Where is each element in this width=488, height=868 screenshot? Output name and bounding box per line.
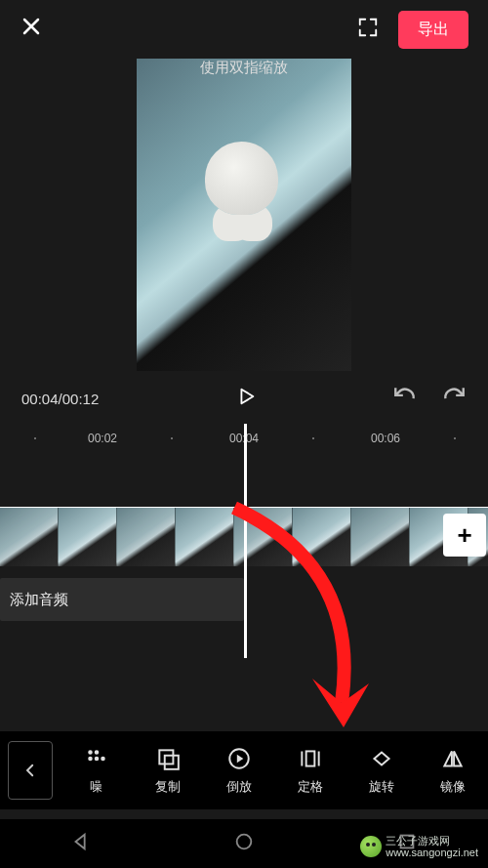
close-button[interactable] <box>20 14 43 45</box>
pinch-hint: 使用双指缩放 <box>200 59 288 77</box>
export-button[interactable]: 导出 <box>398 11 468 49</box>
clip-thumbnail[interactable] <box>59 508 117 566</box>
redo-button[interactable] <box>441 384 467 413</box>
tool-copy[interactable]: 复制 <box>132 746 203 796</box>
tool-reverse[interactable]: 倒放 <box>203 746 274 796</box>
add-clip-button[interactable]: + <box>443 514 486 557</box>
svg-rect-6 <box>164 755 178 768</box>
tool-label: 噪 <box>90 778 102 796</box>
tool-label: 旋转 <box>369 778 394 796</box>
tool-denoise[interactable]: 噪 <box>61 746 132 796</box>
svg-rect-5 <box>159 750 173 764</box>
clip-thumbnail[interactable] <box>176 508 234 566</box>
svg-point-1 <box>95 757 98 760</box>
tool-freeze[interactable]: 定格 <box>274 746 346 796</box>
tool-mirror[interactable]: 镜像 <box>417 746 488 796</box>
clip-thumbnail[interactable] <box>293 508 351 566</box>
tool-label: 复制 <box>155 778 181 796</box>
svg-point-2 <box>102 757 104 760</box>
playhead[interactable] <box>244 424 247 658</box>
watermark: 三公子游戏网 www.sangongzi.net <box>360 835 478 858</box>
tool-label: 镜像 <box>440 778 466 796</box>
undo-button[interactable] <box>392 384 418 413</box>
time-mark: 00:06 <box>371 432 400 445</box>
video-preview[interactable] <box>137 59 351 371</box>
clip-thumbnail[interactable] <box>234 508 293 566</box>
svg-rect-8 <box>305 751 314 765</box>
toolbar-back-button[interactable] <box>8 741 53 800</box>
clip-thumbnail[interactable] <box>351 508 410 566</box>
add-audio-track[interactable]: 添加音频 <box>0 578 244 621</box>
clip-thumbnail[interactable] <box>0 508 59 566</box>
watermark-logo <box>360 836 382 857</box>
time-mark: 00:02 <box>88 432 117 445</box>
svg-point-9 <box>237 835 252 849</box>
svg-point-4 <box>95 751 98 754</box>
clip-thumbnail[interactable] <box>117 508 176 566</box>
time-display: 00:04/00:12 <box>21 391 99 407</box>
svg-point-0 <box>89 757 92 760</box>
preview-area[interactable]: 使用双指缩放 <box>0 59 488 371</box>
fullscreen-icon[interactable] <box>357 17 379 42</box>
play-button[interactable] <box>235 386 257 411</box>
nav-home-icon[interactable] <box>233 831 255 856</box>
tool-label: 定格 <box>298 778 323 796</box>
tool-label: 倒放 <box>226 778 252 796</box>
svg-point-3 <box>89 751 92 754</box>
tool-rotate[interactable]: 旋转 <box>346 746 417 796</box>
nav-back-icon[interactable] <box>70 831 92 856</box>
